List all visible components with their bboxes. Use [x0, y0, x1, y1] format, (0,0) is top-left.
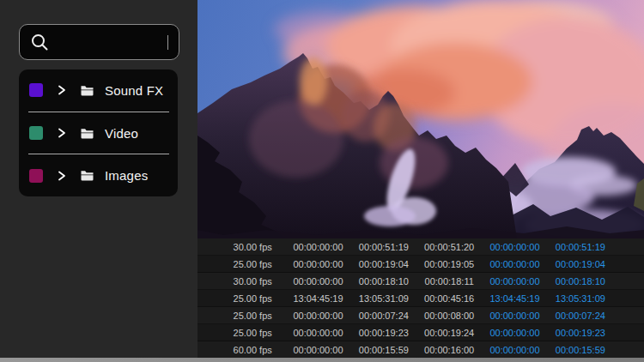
video-editor-window: Sound FX Video — [0, 0, 644, 362]
fps-cell: 30.00 fps — [220, 242, 285, 252]
timecode-cell: 00:00:00:00 — [285, 328, 350, 338]
timecode-cell: 00:00:08:00 — [416, 311, 482, 321]
folder-list: Sound FX Video — [19, 69, 178, 196]
timecode-cell: 00:00:51:19 — [351, 242, 416, 252]
fps-cell: 25.00 fps — [220, 259, 285, 269]
table-row[interactable]: 25.00 fps 00:00:00:00 00:00:19:23 00:00:… — [197, 324, 644, 341]
timecode-cell: 00:00:00:00 — [285, 276, 350, 287]
table-row[interactable]: 25.00 fps 00:00:00:00 00:00:07:24 00:00:… — [197, 307, 644, 324]
search-input[interactable] — [50, 35, 179, 49]
folder-label: Sound FX — [105, 83, 163, 98]
timecode-cell-in: 13:04:45:19 — [482, 293, 547, 304]
folder-item-images[interactable]: Images — [19, 154, 178, 196]
timecode-cell: 00:00:19:04 — [351, 259, 416, 269]
timecode-cell-out: 00:00:51:19 — [548, 242, 613, 252]
media-bin-sidebar: Sound FX Video — [0, 0, 197, 362]
timecode-cell: 00:00:07:24 — [351, 311, 416, 321]
timecode-cell-out: 13:05:31:09 — [548, 293, 613, 304]
fps-cell: 25.00 fps — [220, 293, 285, 304]
clip-metadata-table: 30.00 fps 00:00:00:00 00:00:51:19 00:00:… — [197, 238, 644, 358]
timecode-cell-in: 00:00:00:00 — [482, 242, 547, 252]
chevron-right-icon[interactable] — [58, 171, 66, 181]
timecode-cell: 00:00:18:11 — [416, 276, 482, 287]
timecode-cell: 00:00:16:00 — [416, 345, 482, 355]
timecode-cell-out: 00:00:19:23 — [548, 328, 613, 338]
folder-item-video[interactable]: Video — [19, 112, 178, 154]
timecode-cell-out: 00:00:07:24 — [548, 311, 613, 321]
timecode-cell-in: 00:00:00:00 — [482, 311, 547, 321]
timecode-cell: 00:00:19:24 — [416, 328, 482, 338]
timecode-cell: 00:00:19:23 — [351, 328, 416, 338]
timecode-cell-in: 00:00:00:00 — [482, 276, 547, 287]
search-box[interactable] — [19, 24, 179, 60]
mountain-sunset-image — [197, 0, 644, 238]
timecode-cell-in: 00:00:00:00 — [482, 345, 547, 355]
color-swatch — [29, 169, 43, 183]
color-swatch — [29, 83, 43, 97]
table-row[interactable]: 25.00 fps 13:04:45:19 13:05:31:09 00:00:… — [197, 290, 644, 307]
chevron-right-icon[interactable] — [58, 85, 66, 95]
table-row[interactable]: 60.00 fps 00:00:00:00 00:00:15:59 00:00:… — [197, 341, 644, 358]
timecode-cell: 00:00:00:00 — [285, 345, 350, 355]
search-icon — [29, 32, 50, 52]
chevron-right-icon[interactable] — [58, 128, 66, 138]
timecode-cell-out: 00:00:15:59 — [548, 345, 613, 355]
timecode-cell: 00:00:00:00 — [285, 242, 350, 252]
timecode-cell: 00:00:51:20 — [416, 242, 482, 252]
folder-icon — [81, 170, 94, 181]
timecode-cell-in: 00:00:00:00 — [482, 259, 547, 269]
folder-label: Video — [105, 126, 138, 141]
timecode-cell-out: 00:00:18:10 — [548, 276, 613, 287]
folder-icon — [81, 128, 94, 139]
timecode-cell: 00:00:00:00 — [285, 311, 350, 321]
text-cursor — [167, 35, 169, 50]
fps-cell: 25.00 fps — [220, 328, 285, 338]
folder-item-sound-fx[interactable]: Sound FX — [19, 69, 178, 112]
folder-icon — [81, 85, 94, 96]
color-swatch — [29, 126, 43, 140]
table-row[interactable]: 25.00 fps 00:00:00:00 00:00:19:04 00:00:… — [197, 256, 644, 273]
timecode-cell-in: 00:00:00:00 — [482, 328, 547, 338]
fps-cell: 25.00 fps — [220, 311, 285, 321]
timecode-cell: 13:05:31:09 — [351, 293, 416, 304]
timecode-cell: 00:00:00:00 — [285, 259, 350, 269]
timecode-cell-out: 00:00:19:04 — [548, 259, 613, 269]
timecode-cell: 00:00:18:10 — [351, 276, 416, 287]
window-edge-bar — [0, 358, 644, 362]
timecode-cell: 00:00:19:05 — [416, 259, 482, 269]
table-row[interactable]: 30.00 fps 00:00:00:00 00:00:18:10 00:00:… — [197, 273, 644, 290]
folder-label: Images — [105, 168, 148, 183]
timecode-cell: 00:00:45:16 — [416, 293, 482, 304]
timecode-cell: 00:00:15:59 — [351, 345, 416, 355]
video-preview[interactable] — [197, 0, 644, 238]
table-row[interactable]: 30.00 fps 00:00:00:00 00:00:51:19 00:00:… — [197, 238, 644, 256]
timecode-cell: 13:04:45:19 — [285, 293, 350, 304]
fps-cell: 30.00 fps — [220, 276, 285, 287]
fps-cell: 60.00 fps — [220, 345, 285, 355]
